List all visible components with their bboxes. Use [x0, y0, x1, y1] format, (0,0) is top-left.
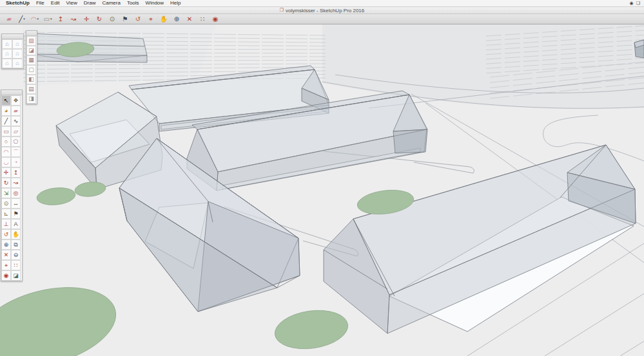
tool-zoom-window[interactable]: ⧉ — [11, 239, 21, 250]
style-xray-icon: ▨ — [28, 38, 34, 44]
tool-eraser[interactable]: ▰ — [11, 106, 21, 116]
tool-scale[interactable]: ⇲ — [1, 188, 11, 198]
menu-edit[interactable]: Edit — [48, 0, 63, 6]
tool-zoom-extents[interactable]: ✕ — [1, 250, 11, 260]
menu-draw[interactable]: Draw — [81, 0, 99, 6]
menu-view[interactable]: View — [63, 0, 81, 6]
dropdown-caret-icon[interactable]: ▾ — [23, 15, 25, 23]
window-status-icon[interactable]: ❏ — [636, 1, 640, 6]
sketchup-window: SketchUpFileEditViewDrawCameraToolsWindo… — [0, 0, 644, 356]
menu-window[interactable]: Window — [142, 0, 167, 6]
tool-rectangle[interactable]: ▭ — [1, 126, 11, 136]
toolbar-tool-shapes[interactable]: ▭▾ — [41, 15, 54, 23]
toolbar-tool-tape-measure[interactable]: ⊙ — [106, 15, 119, 23]
tool-position-camera[interactable]: ⌖ — [1, 260, 11, 270]
view-tool-view-left[interactable]: ⌂ — [12, 59, 23, 68]
tool-pie[interactable]: ◔ — [11, 157, 21, 167]
menu-tools[interactable]: Tools — [124, 0, 142, 6]
building-box-east-edge[interactable] — [634, 40, 644, 58]
tool-polygon[interactable]: ⬠ — [11, 136, 21, 147]
toolbar-tool-rotate[interactable]: ↻ — [93, 15, 106, 23]
toolbar-tool-follow-me[interactable]: ↝ — [67, 15, 80, 23]
tool-text[interactable]: ⚑ — [11, 209, 21, 219]
menu-sketchup[interactable]: SketchUp — [0, 0, 33, 6]
face-style-style-hidden-line[interactable]: ▢ — [26, 65, 36, 75]
tool-look-around[interactable]: ◉ — [1, 270, 11, 281]
building-face[interactable] — [393, 129, 427, 153]
view-right-icon: ⌂ — [15, 51, 19, 57]
offset-icon: ◎ — [14, 191, 19, 196]
toolbar-tool-orbit[interactable]: ↺ — [132, 15, 144, 23]
face-style-style-wireframe[interactable]: ▦ — [26, 55, 36, 65]
tool-follow-me[interactable]: ↝ — [11, 178, 21, 188]
tool-offset[interactable]: ◎ — [11, 188, 21, 198]
toolbar-tool-pan[interactable]: ✋ — [157, 15, 170, 23]
tool-zoom-previous[interactable]: ⊖ — [11, 250, 21, 260]
face-style-style-back-edges[interactable]: ◪ — [26, 46, 36, 55]
toolbar-tool-look-around[interactable]: ◉ — [209, 15, 222, 23]
toolbar-tool-walk[interactable]: ∷ — [196, 15, 209, 23]
tool-rotate[interactable]: ↻ — [1, 178, 11, 188]
tool-make-component[interactable]: ❖ — [11, 95, 21, 106]
tool-three-point-arc[interactable]: ◡ — [1, 157, 11, 167]
menu-camera[interactable]: Camera — [99, 0, 123, 6]
view-tool-view-right[interactable]: ⌂ — [12, 49, 23, 59]
tool-axes[interactable]: ⊥ — [1, 219, 11, 229]
view-tool-view-front[interactable]: ⌂ — [2, 49, 12, 59]
tool-select[interactable]: ↖ — [1, 95, 11, 106]
tape-measure-icon: ⊙ — [4, 201, 9, 207]
tool-move[interactable]: ✛ — [1, 167, 11, 178]
toolbar-tool-zoom-extents[interactable]: ✕ — [183, 15, 196, 23]
face-styles-palette: ▨◪▦▢◧▤◨ — [26, 30, 37, 104]
follow-me-icon: ↝ — [71, 15, 76, 23]
rotated-rectangle-icon: ▱ — [14, 129, 18, 135]
toolbar-tool-push-pull[interactable]: ↥ — [54, 15, 67, 23]
tool-rotated-rectangle[interactable]: ▱ — [11, 126, 21, 136]
toolbar-tool-text[interactable]: ⚑ — [119, 15, 132, 23]
tool-paint-bucket[interactable]: ◕ — [1, 106, 11, 116]
view-tool-view-back[interactable]: ⌂ — [2, 59, 12, 68]
menu-file[interactable]: File — [33, 0, 48, 6]
toolbar-tool-eraser[interactable]: ▰ — [3, 15, 15, 23]
face-style-style-monochrome[interactable]: ◨ — [26, 94, 36, 104]
face-style-style-xray[interactable]: ▨ — [26, 36, 36, 46]
titlebar[interactable]: ❒ volymskisser - SketchUp Pro 2016 — [0, 7, 644, 14]
tool-protractor[interactable]: ⊾ — [1, 209, 11, 219]
view-tool-view-top[interactable]: ⌂ — [12, 39, 23, 49]
tool-arc[interactable]: ◠ — [1, 147, 11, 157]
views-palette-header[interactable] — [2, 34, 23, 39]
face-style-style-shaded[interactable]: ◧ — [26, 75, 36, 84]
tool-section-plane[interactable]: ◪ — [11, 270, 21, 281]
view-top-icon: ⌂ — [15, 41, 19, 47]
tool-zoom[interactable]: ⊕ — [1, 239, 11, 250]
tool-walk[interactable]: ∷ — [11, 260, 21, 270]
orbit-icon: ↺ — [135, 15, 141, 23]
tool-tape-measure[interactable]: ⊙ — [1, 198, 11, 209]
building-face[interactable] — [32, 54, 147, 62]
eye-status-icon[interactable]: ◉ — [630, 1, 634, 6]
menu-help[interactable]: Help — [167, 0, 184, 6]
view-back-icon: ⌂ — [5, 61, 8, 66]
tool-push-pull[interactable]: ↥ — [11, 167, 21, 178]
tool-pan[interactable]: ✋ — [11, 229, 21, 239]
face-style-style-shaded-textures[interactable]: ▤ — [26, 84, 36, 94]
toolbar-tool-zoom[interactable]: ⊕ — [170, 15, 183, 23]
tool-orbit[interactable]: ↺ — [1, 229, 11, 239]
tool-three-d-text[interactable]: A — [11, 219, 21, 229]
scale-icon: ⇲ — [4, 191, 9, 196]
toolbar-tool-move[interactable]: ✛ — [80, 15, 93, 23]
view-tool-view-iso[interactable]: ⌂ — [2, 39, 12, 49]
face-styles-palette-header[interactable] — [26, 31, 37, 36]
tool-dimension[interactable]: ↔ — [11, 198, 21, 209]
dropdown-caret-icon[interactable]: ▾ — [37, 15, 39, 23]
tool-freehand[interactable]: ∿ — [11, 116, 21, 126]
tool-line[interactable]: ╱ — [1, 116, 11, 126]
model-viewport[interactable] — [0, 0, 644, 356]
dropdown-caret-icon[interactable]: ▾ — [50, 15, 52, 23]
large-tool-set-header[interactable] — [1, 90, 22, 95]
tool-two-point-arc[interactable]: ⌒ — [11, 147, 21, 157]
toolbar-tool-line[interactable]: ╱▾ — [15, 15, 28, 23]
tool-circle[interactable]: ○ — [1, 136, 11, 147]
toolbar-tool-position-camera[interactable]: ⌖ — [144, 15, 157, 23]
toolbar-tool-arc[interactable]: ◠▾ — [28, 15, 41, 23]
